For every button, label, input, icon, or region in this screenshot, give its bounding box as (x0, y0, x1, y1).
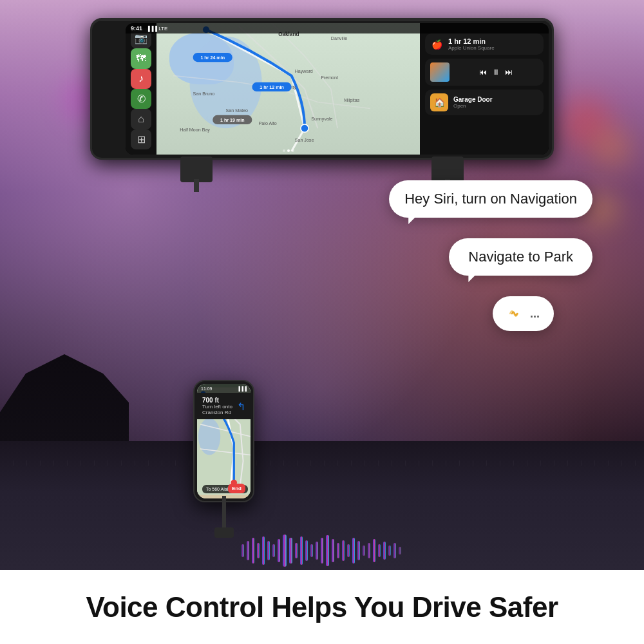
svg-rect-31 (272, 544, 275, 557)
svg-rect-36 (300, 536, 303, 565)
svg-rect-37 (305, 540, 308, 561)
status-bar: 9:41 ▐▐▐ LTE (126, 23, 549, 33)
right-panel: 🍎 1 hr 12 min Apple Union Square ⏮ ⏸ ⏭ 🏠 (420, 23, 549, 155)
svg-rect-27 (252, 538, 254, 564)
pause-button[interactable]: ⏸ (492, 68, 500, 77)
mirror-clip-left (180, 156, 213, 182)
next-button[interactable]: ⏭ (505, 68, 513, 77)
page-dots (283, 149, 294, 152)
sidebar-icon-music[interactable]: ♪ (131, 69, 151, 89)
phone-time: 11:09 (201, 386, 213, 391)
svg-text:1 hr 19 min: 1 hr 19 min (220, 118, 245, 123)
nav-destination: Apple Union Square (448, 45, 538, 51)
phone-arm (222, 496, 226, 528)
garage-info: Garage Door Open (453, 96, 538, 109)
media-controls: ⏮ ⏸ ⏭ (453, 68, 538, 77)
svg-rect-28 (257, 543, 260, 558)
nav-widget[interactable]: 🍎 1 hr 12 min Apple Union Square (425, 33, 544, 55)
nav-info: 1 hr 12 min Apple Union Square (448, 37, 538, 51)
svg-rect-43 (337, 543, 339, 558)
svg-rect-45 (347, 544, 350, 557)
svg-rect-47 (357, 541, 360, 560)
sidebar-icons: 📷 🗺 ♪ ✆ ⌂ ⊞ (126, 23, 156, 155)
prev-button[interactable]: ⏮ (479, 68, 487, 77)
svg-text:Palo Alto: Palo Alto (259, 121, 277, 126)
status-signal: ▐▐▐ LTE (146, 26, 167, 32)
garage-door-icon: 🏠 (430, 93, 448, 111)
svg-rect-30 (267, 541, 270, 560)
mirror-screen: 9:41 ▐▐▐ LTE 📷 🗺 ♪ ✆ ⌂ ⊞ (126, 23, 549, 155)
svg-text:Sunnyvale: Sunnyvale (311, 117, 332, 122)
phone-mount: 11:09 ▐▐▐ 700 ft Turn left onto Cranston… (193, 380, 254, 502)
svg-text:Fremont: Fremont (321, 75, 339, 80)
phone-frame: 11:09 ▐▐▐ 700 ft Turn left onto Cranston… (193, 380, 254, 502)
map-routes-svg: Oakland Danville San Bruno Hayward Fremo… (156, 23, 420, 155)
siri-sound-icon (507, 305, 524, 322)
bottom-bar: Voice Control Helps You Drive Safer (0, 570, 644, 644)
sidebar-icon-phone[interactable]: ✆ (131, 89, 151, 109)
svg-text:San Bruno: San Bruno (193, 91, 215, 97)
svg-rect-44 (342, 540, 345, 561)
sidebar-icon-home[interactable]: ⌂ (131, 109, 151, 129)
navigate-command-text: Navigate to Park (468, 249, 573, 265)
svg-rect-54 (393, 543, 396, 558)
svg-rect-50 (373, 539, 375, 562)
phone-end-button[interactable]: End (228, 484, 245, 493)
svg-text:San Jose: San Jose (295, 138, 314, 143)
bottom-title-text: Voice Control Helps You Drive Safer (86, 591, 558, 623)
mirror-device: ☀ 🔊 9:41 ▐▐▐ LTE 📷 🗺 ♪ ✆ ⌂ ⊞ (90, 18, 554, 160)
siri-command-text: Hey Siri, turn on Navigation (404, 191, 577, 207)
svg-rect-25 (242, 544, 244, 557)
garage-widget[interactable]: 🏠 Garage Door Open (425, 90, 544, 115)
siri-sound-waves (507, 305, 524, 322)
svg-rect-49 (368, 543, 370, 558)
siri-ellipsis: ... (530, 307, 540, 321)
page-dot-3[interactable] (292, 149, 294, 152)
svg-text:Half Moon Bay: Half Moon Bay (180, 128, 210, 133)
garage-status: Open (453, 103, 538, 109)
phone-signal: ▐▐▐ (237, 386, 247, 391)
svg-rect-35 (295, 543, 298, 558)
sidebar-icon-apps[interactable]: ⊞ (131, 129, 151, 149)
svg-rect-26 (247, 541, 249, 560)
svg-rect-38 (310, 544, 313, 557)
dashboard-texture (0, 460, 644, 466)
svg-rect-48 (363, 545, 365, 556)
map-area: Oakland Danville San Bruno Hayward Fremo… (156, 23, 420, 155)
svg-text:Milpitas: Milpitas (344, 98, 360, 103)
svg-rect-51 (378, 544, 381, 557)
svg-text:San Mateo: San Mateo (226, 108, 248, 113)
siri-command-bubble: Hey Siri, turn on Navigation (389, 180, 592, 218)
phone-nav-instruction: 700 ft Turn left onto Cranston Rd ↰ (197, 393, 251, 419)
nav-time: 1 hr 12 min (448, 37, 538, 45)
svg-rect-39 (316, 542, 318, 560)
svg-text:1 hr 24 min: 1 hr 24 min (200, 55, 225, 61)
sidebar-icon-maps[interactable]: 🗺 (131, 48, 151, 68)
phone-turn-arrow-icon: ↰ (237, 400, 245, 412)
siri-active-bubble: ... (493, 296, 554, 331)
svg-rect-42 (332, 539, 334, 562)
apple-logo-icon: 🍎 (430, 38, 443, 51)
svg-rect-34 (289, 538, 292, 564)
svg-text:Hayward: Hayward (295, 69, 313, 74)
mirror-clip-right (431, 156, 464, 182)
svg-rect-33 (283, 535, 287, 567)
garage-title: Garage Door (453, 96, 538, 103)
svg-point-14 (301, 124, 308, 132)
phone-screen: 11:09 ▐▐▐ 700 ft Turn left onto Cranston… (197, 384, 251, 498)
svg-rect-52 (383, 542, 386, 560)
page-dot-1[interactable] (283, 149, 285, 152)
svg-text:1 hr 12 min: 1 hr 12 min (260, 85, 284, 90)
page-dot-2[interactable] (287, 149, 290, 152)
media-widget: ⏮ ⏸ ⏭ (425, 59, 544, 86)
svg-rect-41 (326, 535, 329, 566)
navigate-command-bubble: Navigate to Park (449, 238, 592, 276)
svg-text:Danville: Danville (331, 36, 347, 41)
svg-rect-53 (388, 545, 391, 556)
status-time: 9:41 (131, 25, 142, 32)
svg-rect-46 (352, 538, 355, 564)
svg-rect-32 (278, 539, 280, 562)
phone-status-bar: 11:09 ▐▐▐ (197, 384, 251, 393)
svg-rect-29 (262, 536, 265, 565)
media-thumbnail (430, 62, 450, 82)
